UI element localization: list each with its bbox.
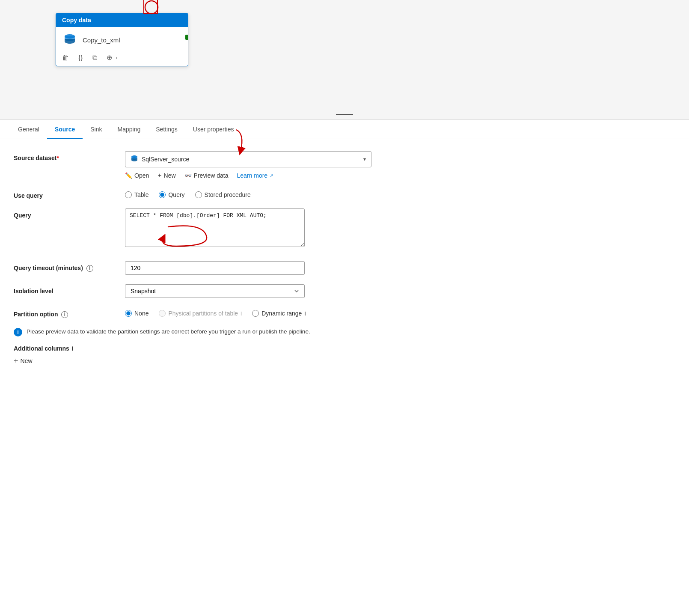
learn-more-link[interactable]: Learn more ↗ — [237, 172, 274, 179]
new-plus-icon: + — [14, 357, 18, 365]
query-textarea[interactable] — [125, 208, 305, 247]
additional-columns-section: Additional columns i + New — [14, 345, 371, 365]
info-banner: i Please preview data to validate the pa… — [14, 327, 347, 336]
partition-radio-group: None Physical partitions of table i Dyna… — [125, 307, 371, 317]
tab-general[interactable]: General — [10, 120, 47, 139]
partition-physical[interactable]: Physical partitions of table i — [159, 310, 242, 317]
query-timeout-info-icon: i — [86, 265, 93, 272]
partition-option-control: None Physical partitions of table i Dyna… — [125, 307, 371, 317]
partition-none-input[interactable] — [125, 310, 132, 317]
partition-physical-info-icon: i — [241, 310, 242, 317]
use-query-row: Use query Table Query Stored procedure — [14, 189, 371, 199]
additional-columns-info-icon: i — [72, 345, 74, 352]
delete-icon[interactable]: 🗑 — [62, 54, 69, 62]
glasses-icon: 👓 — [184, 172, 192, 179]
radio-stored-procedure[interactable]: Stored procedure — [195, 191, 251, 198]
additional-columns-label-row: Additional columns i — [14, 345, 371, 352]
node-name: Copy_to_xml — [83, 36, 120, 44]
partition-dynamic[interactable]: Dynamic range i — [252, 310, 306, 317]
partition-option-info-icon: i — [61, 311, 68, 318]
svg-point-1 — [145, 1, 158, 14]
node-header: Copy data — [56, 13, 188, 27]
radio-query-input[interactable] — [159, 191, 166, 198]
new-button-label: New — [21, 357, 33, 364]
query-label: Query — [14, 208, 125, 219]
source-dataset-control: SqlServer_source ▾ ✏️ Open — [125, 151, 371, 179]
partition-dynamic-input[interactable] — [252, 310, 259, 317]
use-query-control: Table Query Stored procedure — [125, 189, 371, 198]
dropdown-chevron: ▾ — [363, 156, 366, 162]
isolation-level-row: Isolation level None ReadCommitted ReadU… — [14, 284, 371, 298]
info-banner-text: Please preview data to validate the part… — [27, 327, 310, 336]
use-query-label: Use query — [14, 189, 125, 199]
red-circle-annotation — [143, 0, 158, 14]
use-query-radio-group: Table Query Stored procedure — [125, 189, 371, 198]
tab-source[interactable]: Source — [47, 120, 83, 139]
plus-icon: + — [157, 172, 161, 179]
code-icon[interactable]: {} — [78, 54, 83, 62]
source-dataset-dropdown[interactable]: SqlServer_source ▾ — [125, 151, 371, 167]
action-links: ✏️ Open + New 👓 Preview data Learn more … — [125, 172, 371, 179]
radio-table-input[interactable] — [125, 191, 132, 198]
canvas-divider — [336, 114, 353, 115]
query-control — [125, 208, 371, 248]
new-link[interactable]: + New — [157, 172, 175, 179]
dataset-db-icon — [131, 155, 138, 164]
tab-settings[interactable]: Settings — [148, 120, 185, 139]
additional-columns-new-button[interactable]: + New — [14, 357, 371, 365]
query-timeout-control — [125, 261, 371, 275]
node-actions: 🗑 {} ⧉ ⊕→ — [56, 51, 188, 66]
main-content: Source dataset* SqlServer_source ▾ — [0, 139, 385, 377]
external-link-icon: ↗ — [270, 173, 273, 179]
partition-physical-input[interactable] — [159, 310, 166, 317]
isolation-level-label: Isolation level — [14, 284, 125, 295]
source-dataset-label: Source dataset* — [14, 151, 125, 161]
status-dot — [185, 35, 188, 40]
copy-data-node: Copy data Copy_to_xml 🗑 {} ⧉ ⊕→ — [56, 13, 188, 66]
radio-table[interactable]: Table — [125, 191, 148, 198]
partition-none[interactable]: None — [125, 310, 148, 317]
dataset-name: SqlServer_source — [142, 156, 360, 163]
partition-option-row: Partition option i None Physical partiti… — [14, 307, 371, 318]
query-timeout-input[interactable] — [125, 261, 305, 275]
info-banner-icon: i — [14, 328, 22, 336]
partition-dynamic-info-icon: i — [304, 310, 306, 317]
query-timeout-row: Query timeout (minutes) i — [14, 261, 371, 275]
tab-user-properties[interactable]: User properties — [185, 120, 242, 139]
tab-panel: General Source Sink Mapping Settings Use… — [0, 120, 689, 139]
pencil-icon: ✏️ — [125, 172, 132, 179]
tab-sink[interactable]: Sink — [83, 120, 110, 139]
preview-data-link[interactable]: 👓 Preview data — [184, 172, 229, 179]
node-body: Copy_to_xml — [56, 27, 188, 51]
partition-option-label: Partition option i — [14, 307, 125, 318]
radio-stored-procedure-input[interactable] — [195, 191, 202, 198]
query-row: Query — [14, 208, 371, 248]
isolation-level-select[interactable]: None ReadCommitted ReadUncommitted Repea… — [125, 284, 305, 298]
open-link[interactable]: ✏️ Open — [125, 172, 149, 179]
source-dataset-row: Source dataset* SqlServer_source ▾ — [14, 151, 371, 179]
database-icon — [62, 32, 77, 48]
copy-icon[interactable]: ⧉ — [92, 54, 97, 62]
query-timeout-label: Query timeout (minutes) i — [14, 261, 125, 272]
radio-query[interactable]: Query — [159, 191, 184, 198]
node-title: Copy data — [62, 17, 91, 24]
tab-mapping[interactable]: Mapping — [110, 120, 148, 139]
canvas-area: Copy data Copy_to_xml 🗑 {} ⧉ ⊕→ — [0, 0, 689, 120]
run-icon[interactable]: ⊕→ — [107, 54, 119, 62]
isolation-level-control: None ReadCommitted ReadUncommitted Repea… — [125, 284, 371, 298]
